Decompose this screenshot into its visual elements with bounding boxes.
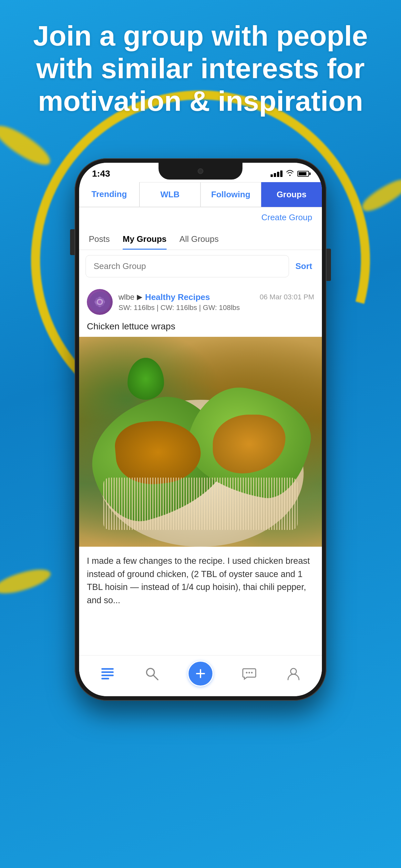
- hero-title: Join a group with people with similar in…: [26, 20, 375, 118]
- post-group[interactable]: Healthy Recipes: [145, 292, 210, 302]
- nav-chat[interactable]: [241, 665, 257, 682]
- post-username: wlbe: [119, 292, 134, 302]
- sort-button[interactable]: Sort: [292, 261, 315, 271]
- tab-groups[interactable]: Groups: [261, 182, 322, 207]
- svg-point-15: [246, 672, 248, 674]
- post-caption: Chicken lettuce wraps: [79, 321, 322, 337]
- post-body: I made a few changes to the recipe. I us…: [79, 547, 322, 613]
- svg-rect-9: [101, 675, 114, 676]
- post-title-row: wlbe ▶ Healthy Recipes 06 Mar 03:01 PM: [119, 292, 314, 302]
- post-header: wlbe ▶ Healthy Recipes 06 Mar 03:01 PM S…: [79, 283, 322, 321]
- nav-feed[interactable]: [99, 665, 116, 682]
- create-group-row: Create Group: [79, 207, 322, 228]
- noodles: [103, 477, 298, 530]
- nav-search[interactable]: [144, 665, 160, 682]
- create-group-link[interactable]: Create Group: [261, 213, 312, 222]
- signal-icon: [271, 170, 282, 177]
- tab-wlb[interactable]: WLB: [140, 182, 200, 207]
- phone-screen: 1:43: [79, 163, 322, 696]
- wifi-icon: [286, 169, 294, 178]
- nav-add[interactable]: [188, 661, 213, 686]
- post-time: 06 Mar 03:01 PM: [259, 293, 314, 301]
- search-row: Sort: [79, 250, 322, 283]
- search-input[interactable]: [86, 255, 289, 277]
- tab-trending[interactable]: Trending: [79, 182, 140, 207]
- svg-rect-8: [101, 671, 114, 673]
- phone-frame: 1:43: [74, 158, 327, 701]
- avatar: [87, 289, 113, 315]
- sub-tab-all-groups[interactable]: All Groups: [180, 234, 219, 250]
- svg-point-6: [98, 300, 102, 304]
- nav-profile[interactable]: [285, 665, 302, 682]
- post-stats: SW: 116lbs | CW: 116lbs | GW: 108lbs: [119, 304, 314, 312]
- battery-icon: [297, 171, 309, 177]
- post-card: wlbe ▶ Healthy Recipes 06 Mar 03:01 PM S…: [79, 283, 322, 613]
- food-image: [79, 337, 322, 547]
- phone-notch: [158, 163, 243, 180]
- tab-following[interactable]: Following: [201, 182, 261, 207]
- brush-stroke-right: [359, 175, 401, 215]
- brush-stroke-bottom: [0, 563, 53, 600]
- sub-tab-posts[interactable]: Posts: [89, 234, 110, 250]
- svg-rect-10: [101, 678, 109, 679]
- herbs: [127, 358, 164, 400]
- svg-rect-7: [101, 668, 114, 670]
- status-time: 1:43: [92, 168, 110, 179]
- main-tab-bar: Trending WLB Following Groups: [79, 182, 322, 207]
- svg-line-12: [153, 675, 158, 680]
- bottom-nav: [79, 655, 322, 696]
- svg-point-16: [249, 672, 250, 674]
- phone-mockup: 1:43: [74, 158, 327, 701]
- food-image-inner: [79, 337, 322, 547]
- post-arrow: ▶: [137, 293, 143, 301]
- post-meta: wlbe ▶ Healthy Recipes 06 Mar 03:01 PM S…: [119, 292, 314, 312]
- svg-point-18: [290, 669, 297, 674]
- camera-cutout: [197, 168, 204, 174]
- status-icons: [271, 169, 309, 178]
- sub-tab-my-groups[interactable]: My Groups: [123, 234, 166, 250]
- hero-section: Join a group with people with similar in…: [0, 20, 401, 118]
- brush-stroke-top: [0, 121, 56, 170]
- svg-point-17: [251, 672, 253, 674]
- sub-tab-bar: Posts My Groups All Groups: [79, 228, 322, 250]
